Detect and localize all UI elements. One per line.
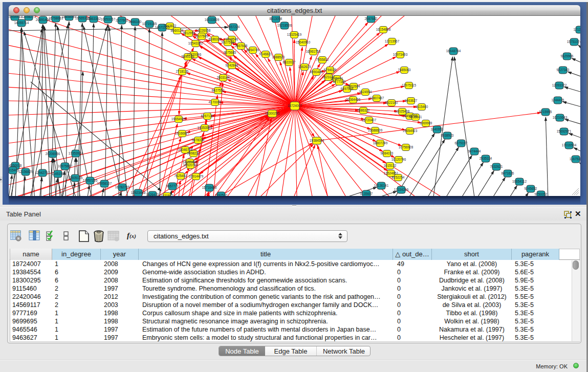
svg-text:15720407: 15720407	[362, 118, 377, 122]
svg-text:6379197: 6379197	[455, 141, 468, 145]
svg-text:17353924: 17353924	[69, 151, 83, 155]
svg-text:18724007: 18724007	[288, 104, 302, 107]
svg-text:16914479: 16914479	[189, 174, 204, 178]
svg-text:10719185: 10719185	[142, 22, 157, 26]
svg-text:16648784: 16648784	[446, 49, 461, 53]
svg-text:12505135: 12505135	[68, 176, 83, 180]
svg-text:17334266: 17334266	[394, 188, 409, 191]
svg-text:12975115: 12975115	[402, 83, 416, 87]
svg-text:15640910: 15640910	[296, 40, 311, 44]
svg-text:16920744: 16920744	[183, 163, 198, 167]
svg-text:16782759: 16782759	[115, 185, 130, 189]
svg-text:1362615: 1362615	[298, 65, 311, 69]
svg-text:16210643: 16210643	[553, 116, 568, 119]
svg-text:9227343: 9227343	[557, 68, 570, 72]
svg-text:8990448: 8990448	[310, 70, 323, 74]
svg-text:10025438: 10025438	[395, 110, 410, 113]
svg-text:10543382: 10543382	[188, 41, 203, 45]
svg-text:9327505: 9327505	[195, 34, 208, 38]
svg-text:10807487: 10807487	[369, 96, 384, 100]
svg-text:9084033: 9084033	[381, 151, 394, 155]
svg-text:19384554: 19384554	[310, 139, 324, 142]
svg-text:1092537: 1092537	[215, 193, 228, 196]
svg-text:18300295: 18300295	[265, 112, 280, 115]
svg-text:19654923: 19654923	[403, 129, 418, 133]
svg-text:13524851: 13524851	[384, 171, 399, 175]
svg-text:13226058: 13226058	[196, 29, 211, 32]
svg-text:19654925: 19654925	[171, 117, 186, 121]
svg-text:9242848: 9242848	[226, 63, 238, 67]
svg-text:8186323: 8186323	[209, 37, 222, 41]
svg-text:7886322: 7886322	[357, 108, 370, 112]
svg-text:7955812: 7955812	[316, 58, 329, 61]
svg-text:10756928: 10756928	[399, 145, 413, 149]
svg-text:7963822: 7963822	[164, 24, 177, 28]
svg-text:12923448: 12923448	[131, 191, 146, 194]
svg-text:16120746: 16120746	[391, 158, 406, 161]
svg-text:1221807: 1221807	[161, 194, 173, 196]
svg-text:3675685: 3675685	[224, 51, 236, 54]
svg-text:15751074: 15751074	[567, 40, 580, 43]
svg-text:1615132: 1615132	[384, 164, 397, 167]
svg-text:20364436: 20364436	[346, 98, 361, 101]
svg-text:12942757: 12942757	[35, 171, 50, 174]
svg-text:16768663: 16768663	[49, 16, 63, 20]
svg-text:5878334: 5878334	[192, 138, 205, 142]
svg-text:1826473: 1826473	[146, 193, 159, 196]
svg-text:8322160: 8322160	[385, 101, 398, 104]
svg-text:10958107: 10958107	[97, 182, 112, 185]
svg-text:10973493: 10973493	[393, 53, 408, 56]
svg-text:16046788: 16046788	[178, 148, 193, 151]
svg-text:9657771: 9657771	[166, 184, 179, 188]
svg-text:7625402: 7625402	[175, 174, 187, 178]
svg-text:7462664: 7462664	[347, 84, 360, 88]
svg-text:14055714: 14055714	[14, 21, 29, 25]
svg-text:3912954: 3912954	[183, 31, 195, 35]
svg-text:12213967: 12213967	[385, 39, 400, 43]
svg-text:8660124: 8660124	[171, 29, 184, 32]
svg-text:6794028: 6794028	[324, 68, 337, 72]
svg-text:10654112: 10654112	[512, 180, 527, 183]
svg-text:1212853: 1212853	[574, 28, 580, 31]
svg-text:13325419: 13325419	[287, 33, 302, 36]
svg-text:2087682: 2087682	[365, 17, 378, 20]
svg-text:10653267: 10653267	[101, 17, 116, 21]
svg-text:9890169: 9890169	[182, 55, 194, 58]
svg-text:9777169: 9777169	[333, 80, 346, 83]
svg-text:10975887: 10975887	[58, 164, 73, 168]
svg-text:9135607: 9135607	[360, 192, 373, 195]
svg-text:4170068: 4170068	[209, 100, 222, 104]
svg-text:17016504: 17016504	[562, 143, 577, 147]
svg-text:1069969: 1069969	[420, 121, 432, 125]
svg-text:9115460: 9115460	[416, 105, 428, 108]
svg-text:18807249: 18807249	[373, 141, 388, 145]
svg-text:8427552: 8427552	[212, 89, 225, 92]
svg-text:8215955: 8215955	[539, 110, 552, 114]
svg-text:19166827: 19166827	[175, 132, 190, 135]
svg-text:9498222: 9498222	[187, 151, 200, 155]
svg-text:9836841: 9836841	[409, 115, 422, 119]
svg-text:8322037: 8322037	[283, 60, 296, 64]
svg-text:12156829: 12156829	[18, 170, 33, 173]
svg-text:9750052: 9750052	[535, 192, 548, 196]
svg-text:1588520: 1588520	[272, 55, 285, 59]
svg-text:17957255: 17957255	[83, 179, 98, 182]
svg-text:15716485: 15716485	[202, 186, 217, 189]
svg-text:2935114: 2935114	[480, 157, 492, 160]
svg-text:4350018: 4350018	[9, 164, 22, 167]
svg-text:9327508: 9327508	[222, 40, 234, 44]
svg-text:9329966: 9329966	[561, 54, 574, 58]
svg-text:9474444: 9474444	[468, 149, 481, 153]
svg-text:16961758: 16961758	[306, 50, 321, 53]
svg-text:7632621: 7632621	[490, 165, 503, 168]
svg-text:9245652: 9245652	[525, 187, 537, 190]
svg-text:1167534: 1167534	[570, 157, 580, 161]
svg-text:19218506: 19218506	[277, 24, 292, 27]
svg-text:10688609: 10688609	[368, 128, 383, 132]
svg-text:8252254: 8252254	[392, 176, 405, 179]
svg-text:8938923: 8938923	[441, 134, 454, 137]
svg-text:16954433: 16954433	[9, 16, 23, 18]
svg-text:12093372: 12093372	[552, 83, 567, 87]
svg-text:6466160: 6466160	[129, 20, 142, 24]
svg-text:3915401: 3915401	[9, 168, 19, 172]
